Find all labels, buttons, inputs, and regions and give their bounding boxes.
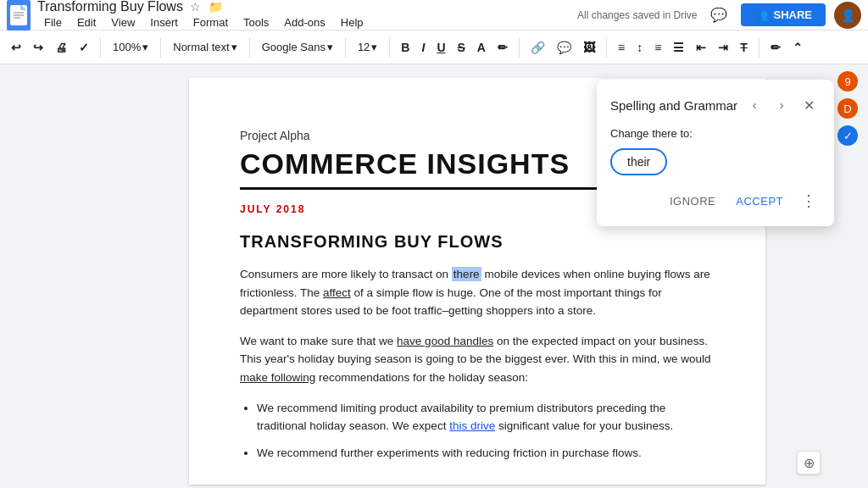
panel-next-btn[interactable]: › <box>770 93 793 117</box>
divider7 <box>606 37 607 58</box>
panel-title: Spelling and Grammar <box>610 98 737 113</box>
panel-nav: ‹ › ✕ <box>743 93 821 117</box>
divider2 <box>160 37 161 58</box>
scroll-to-bottom-btn[interactable]: ⊕ <box>797 451 821 474</box>
divider6 <box>519 37 520 58</box>
highlight-btn[interactable]: ✏ <box>493 38 512 57</box>
bullet-item-1: We recommend limiting product availabili… <box>257 399 715 435</box>
this-drive-link[interactable]: this drive <box>449 419 495 432</box>
italic-btn[interactable]: I <box>417 38 429 57</box>
paragraph-2: We want to make sure that we have good h… <box>240 332 715 387</box>
highlighted-word: there <box>452 267 481 281</box>
spelling-grammar-panel: Spelling and Grammar ‹ › ✕ Change there … <box>597 80 834 226</box>
font-size[interactable]: 12 ▾ <box>353 37 382 57</box>
titlebar: Transforming Buy Flows ☆ 📁 File Edit Vie… <box>0 0 868 30</box>
panel-close-btn[interactable]: ✕ <box>797 93 821 117</box>
section-title: TRANSFORMING BUY FLOWS <box>240 232 715 252</box>
suggestion-pill[interactable]: their <box>610 148 667 175</box>
print-btn[interactable]: 🖨 <box>51 38 71 57</box>
saved-status: All changes saved in Drive <box>577 9 697 21</box>
divider4 <box>345 37 346 58</box>
panel-prev-btn[interactable]: ‹ <box>743 93 766 117</box>
zoom-value: 100% <box>113 41 141 53</box>
change-label: Change there to: <box>610 127 821 140</box>
redo-btn[interactable]: ↪ <box>29 38 47 57</box>
sidebar-icon-2[interactable]: D <box>837 98 858 119</box>
menubar: File Edit View Insert Format Tools Add-o… <box>37 14 577 30</box>
drawing-btn[interactable]: ✏ <box>766 38 785 57</box>
style-value: Normal text <box>173 41 229 53</box>
bullet-list-btn[interactable]: ☰ <box>669 38 688 57</box>
more-formats-btn[interactable]: ⌃ <box>788 38 807 57</box>
panel-actions: IGNORE ACCEPT ⋮ <box>610 189 821 213</box>
menu-edit[interactable]: Edit <box>70 14 103 30</box>
star-icon[interactable]: ☆ <box>188 0 203 14</box>
share-label: SHARE <box>773 8 812 21</box>
folder-icon[interactable]: 📁 <box>209 0 224 14</box>
clear-format-btn[interactable]: T <box>736 38 752 57</box>
accept-button[interactable]: ACCEPT <box>729 190 790 213</box>
menu-help[interactable]: Help <box>334 14 370 30</box>
spellcheck-btn[interactable]: ✓ <box>75 38 93 57</box>
align-btn[interactable]: ≡ <box>614 38 629 57</box>
undo-btn[interactable]: ↩ <box>7 38 25 57</box>
divider3 <box>249 37 250 58</box>
underline-handles: have good handles <box>397 335 493 347</box>
header-right: All changes saved in Drive 💬 👥 SHARE 👤 <box>577 2 861 29</box>
indent-more-btn[interactable]: ⇥ <box>714 38 732 57</box>
strikethrough-btn[interactable]: S <box>453 38 470 57</box>
toolbar: ↩ ↪ 🖨 ✓ 100% ▾ Normal text ▾ Google Sans… <box>0 30 868 64</box>
comment-btn[interactable]: 💬 <box>553 38 576 57</box>
line-spacing-btn[interactable]: ↕ <box>632 38 647 57</box>
divider5 <box>389 37 390 58</box>
more-options-btn[interactable]: ⋮ <box>797 189 821 213</box>
menu-tools[interactable]: Tools <box>236 14 275 30</box>
doc-title: Transforming Buy Flows ☆ 📁 <box>37 0 577 14</box>
menu-format[interactable]: Format <box>186 14 235 30</box>
zoom-select[interactable]: 100% ▾ <box>108 37 153 57</box>
font-value: Google Sans <box>262 41 326 53</box>
comments-button[interactable]: 💬 <box>705 2 732 29</box>
bullet-list: We recommend limiting product availabili… <box>257 399 715 463</box>
menu-file[interactable]: File <box>37 14 69 30</box>
sidebar-icon-3[interactable]: ✓ <box>837 125 858 146</box>
style-select[interactable]: Normal text ▾ <box>168 37 242 57</box>
image-btn[interactable]: 🖼 <box>579 38 599 57</box>
divider1 <box>100 37 101 58</box>
menu-insert[interactable]: Insert <box>143 14 185 30</box>
indent-less-btn[interactable]: ⇤ <box>692 38 710 57</box>
text-color-btn[interactable]: A <box>473 38 490 57</box>
panel-header: Spelling and Grammar ‹ › ✕ <box>610 93 821 117</box>
menu-addons[interactable]: Add-ons <box>277 14 331 30</box>
link-btn[interactable]: 🔗 <box>526 38 549 57</box>
paragraph-1: Consumers are more likely to transact on… <box>240 265 715 320</box>
size-value: 12 <box>358 41 370 53</box>
ignore-button[interactable]: IGNORE <box>663 190 722 213</box>
numbered-list-btn[interactable]: ≡ <box>650 38 665 57</box>
underline-following: make following <box>240 371 315 384</box>
title-area: Transforming Buy Flows ☆ 📁 File Edit Vie… <box>37 0 577 30</box>
doc-title-text[interactable]: Transforming Buy Flows <box>37 0 183 14</box>
underline-btn[interactable]: U <box>432 38 449 57</box>
user-avatar[interactable]: 👤 <box>834 2 861 29</box>
divider8 <box>759 37 760 58</box>
underline-affect: affect <box>323 286 351 299</box>
bold-btn[interactable]: B <box>397 38 414 57</box>
doc-icon <box>7 0 31 30</box>
bullet-item-2: We recommend further experiments with re… <box>257 444 715 463</box>
menu-view[interactable]: View <box>104 14 142 30</box>
font-select[interactable]: Google Sans ▾ <box>257 37 338 57</box>
sidebar-icon-1[interactable]: 9 <box>837 71 858 92</box>
share-button[interactable]: 👥 SHARE <box>741 3 826 26</box>
left-sidebar <box>0 64 127 488</box>
